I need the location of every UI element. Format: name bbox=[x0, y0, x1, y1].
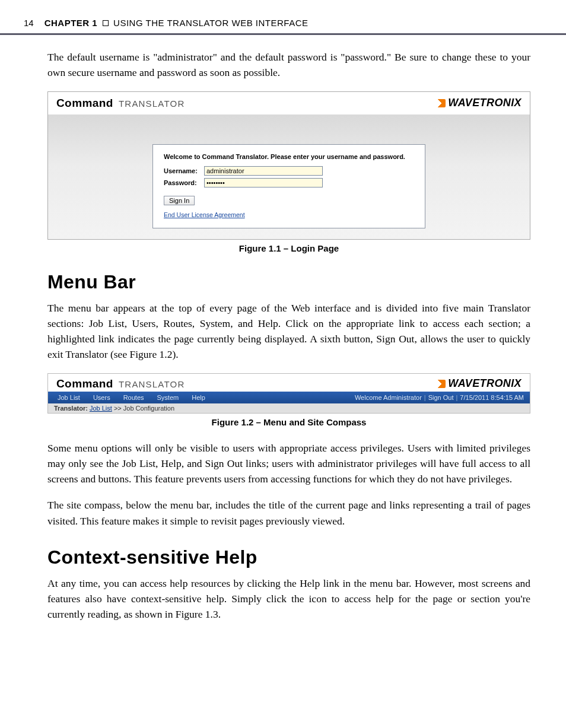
chapter-title: USING THE TRANSLATOR WEB INTERFACE bbox=[113, 18, 308, 28]
vendor-logo: WAVETRONIX bbox=[437, 377, 522, 390]
welcome-user: Welcome Administrator bbox=[355, 394, 422, 401]
menu-item-routes[interactable]: Routes bbox=[120, 393, 148, 402]
login-welcome-text: Welcome to Command Translator. Please en… bbox=[164, 153, 414, 160]
menu-bar-heading: Menu Bar bbox=[47, 271, 530, 293]
signin-button[interactable]: Sign In bbox=[164, 196, 195, 205]
brand-command: Command bbox=[56, 377, 113, 390]
wavetronix-icon bbox=[437, 99, 446, 107]
menu-access-paragraph: Some menu options will only be visible t… bbox=[47, 440, 530, 487]
login-form: Welcome to Command Translator. Please en… bbox=[152, 144, 425, 228]
pipe-separator: | bbox=[456, 394, 457, 401]
vendor-logo: WAVETRONIX bbox=[437, 97, 522, 109]
vendor-name: WAVETRONIX bbox=[448, 97, 522, 109]
figure-menu-compass: Command TRANSLATOR WAVETRONIX Job List U… bbox=[47, 373, 530, 414]
wavetronix-icon bbox=[437, 380, 446, 388]
pipe-separator: | bbox=[424, 394, 426, 401]
figure12-header: Command TRANSLATOR WAVETRONIX bbox=[48, 374, 530, 392]
menu-bar: Job List Users Routes System Help Welcom… bbox=[48, 392, 530, 403]
password-input[interactable] bbox=[204, 178, 323, 187]
intro-paragraph: The default username is "administrator" … bbox=[47, 49, 530, 81]
menu-item-help[interactable]: Help bbox=[188, 393, 209, 402]
vendor-name: WAVETRONIX bbox=[448, 377, 522, 390]
login-body: Welcome to Command Translator. Please en… bbox=[48, 115, 530, 239]
brand-translator: TRANSLATOR bbox=[119, 379, 185, 389]
menu-item-joblist[interactable]: Job List bbox=[54, 393, 84, 402]
breadcrumb-joblist-link[interactable]: Job List bbox=[90, 405, 112, 412]
separator-box-icon bbox=[103, 20, 109, 26]
breadcrumb-separator: >> bbox=[114, 405, 122, 412]
eula-link[interactable]: End User License Agreement bbox=[164, 211, 245, 218]
menu-item-users[interactable]: Users bbox=[90, 393, 114, 402]
breadcrumb-app-label: Translator: bbox=[54, 405, 88, 412]
figure-header-bar: Command TRANSLATOR WAVETRONIX bbox=[48, 92, 530, 115]
brand-command: Command bbox=[56, 97, 113, 109]
timestamp: 7/15/2011 8:54:15 AM bbox=[460, 394, 524, 401]
brand-translator: TRANSLATOR bbox=[119, 98, 185, 109]
brand-logo: Command TRANSLATOR bbox=[56, 97, 185, 110]
site-compass: Translator: Job List >> Job Configuratio… bbox=[48, 403, 530, 413]
password-label: Password: bbox=[164, 179, 201, 186]
figure-login-page: Command TRANSLATOR WAVETRONIX Welcome to… bbox=[47, 91, 530, 240]
page-number: 14 bbox=[24, 18, 34, 28]
menu-bar-paragraph: The menu bar appears at the top of every… bbox=[47, 300, 530, 363]
running-header: 14 CHAPTER 1 USING THE TRANSLATOR WEB IN… bbox=[0, 18, 566, 35]
breadcrumb-current: Job Configuration bbox=[123, 405, 174, 412]
username-input[interactable] bbox=[204, 166, 323, 176]
help-paragraph: At any time, you can access help resourc… bbox=[47, 576, 530, 622]
username-label: Username: bbox=[164, 167, 201, 174]
help-heading: Context-sensitive Help bbox=[47, 546, 530, 568]
chapter-label: CHAPTER 1 bbox=[44, 18, 98, 28]
menu-items: Job List Users Routes System Help bbox=[54, 393, 209, 402]
menu-item-system[interactable]: System bbox=[154, 393, 183, 402]
site-compass-paragraph: The site compass, below the menu bar, in… bbox=[47, 497, 530, 529]
status-area: Welcome Administrator | Sign Out | 7/15/… bbox=[355, 394, 524, 401]
brand-logo: Command TRANSLATOR bbox=[56, 377, 185, 390]
figure11-caption: Figure 1.1 – Login Page bbox=[47, 243, 530, 253]
figure12-caption: Figure 1.2 – Menu and Site Compass bbox=[47, 417, 530, 427]
signout-link[interactable]: Sign Out bbox=[428, 394, 454, 401]
